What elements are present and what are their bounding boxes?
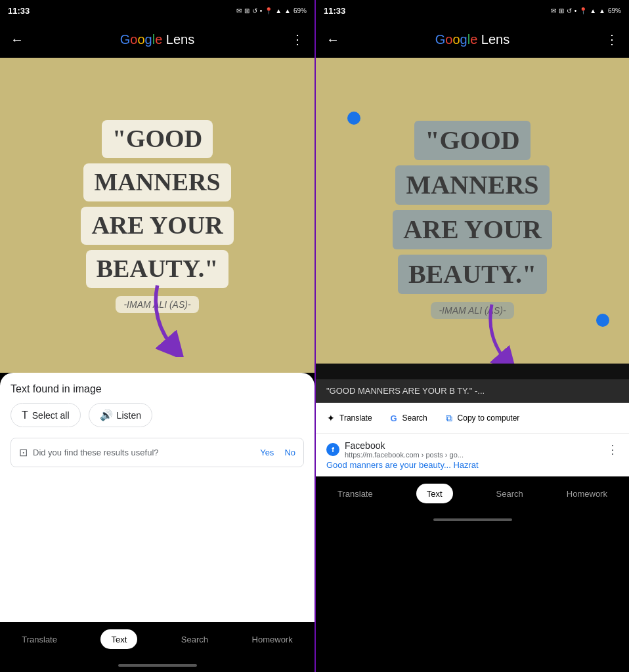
left-arrow-overlay xyxy=(142,278,194,360)
right-nav-text-pill: Text xyxy=(416,484,453,503)
left-home-indicator xyxy=(0,659,314,672)
right-battery-label: 69% xyxy=(608,7,621,14)
left-image-area: "GOOD MANNERS ARE YOUR BEAUTY." -IMAM AL… xyxy=(0,58,314,373)
right-screenshot-icon: ⊞ xyxy=(559,7,564,14)
right-quote-line-1: "GOOD xyxy=(414,121,530,160)
right-status-time: 11:33 xyxy=(324,6,345,16)
right-sync-icon: ↺ xyxy=(567,7,572,14)
translate-chip[interactable]: ✦ Translate xyxy=(318,408,379,428)
location-icon: 📍 xyxy=(265,7,272,14)
sync-icon: ↺ xyxy=(252,7,257,14)
right-message-icon: ✉ xyxy=(551,7,556,14)
translate-icon: ✦ xyxy=(325,412,337,424)
feedback-question: Did you find these results useful? xyxy=(33,448,255,457)
listen-icon: 🔊 xyxy=(100,409,113,421)
quote-line-3: ARE YOUR xyxy=(81,207,233,245)
right-quote-image: "GOOD MANNERS ARE YOUR BEAUTY." -IMAM AL… xyxy=(316,58,629,379)
sr-more-button[interactable]: ⋮ xyxy=(607,442,618,457)
quote-author: -IMAM ALI (AS)- xyxy=(116,296,198,313)
left-back-button[interactable]: ← xyxy=(5,27,29,52)
search-label: Search xyxy=(402,413,427,423)
copy-icon: ⧉ xyxy=(443,412,455,424)
extracted-text: "GOOD MANNERS ARE YOUR B TY." -... xyxy=(326,386,485,396)
right-signal-icon: ▲ xyxy=(599,7,605,14)
right-phone-panel: 11:33 ✉ ⊞ ↺ • 📍 ▲ ▲ 69% ← Google Lens ⋮ … xyxy=(314,0,629,672)
left-nav-homework[interactable]: Homework xyxy=(244,632,301,647)
left-results-content: Text found in image T Select all 🔊 Liste… xyxy=(0,373,314,622)
select-all-button[interactable]: T Select all xyxy=(11,403,81,427)
left-nav-text-pill: Text xyxy=(100,629,137,649)
left-app-title: Google Lens xyxy=(29,32,286,47)
battery-label: 69% xyxy=(293,7,307,14)
right-nav-text[interactable]: Text xyxy=(408,481,461,506)
left-action-buttons: T Select all 🔊 Listen xyxy=(11,403,304,427)
search-chip[interactable]: G Search xyxy=(381,408,434,428)
translate-label: Translate xyxy=(339,413,372,423)
right-quote-line-4: BEAUTY." xyxy=(398,255,547,294)
left-home-bar xyxy=(118,664,197,667)
right-nav-homework[interactable]: Homework xyxy=(559,486,615,501)
right-back-button[interactable]: ← xyxy=(321,27,345,52)
left-bottom-nav: Translate Text Search Homework xyxy=(0,622,314,659)
left-phone-panel: 11:33 ✉ ⊞ ↺ • 📍 ▲ ▲ 69% ← Google Lens ⋮ … xyxy=(0,0,314,672)
google-icon: G xyxy=(388,412,400,424)
copy-chip[interactable]: ⧉ Copy to computer xyxy=(437,408,527,428)
left-nav-search[interactable]: Search xyxy=(173,632,216,647)
right-action-row: ✦ Translate G Search ⧉ Copy to computer xyxy=(316,403,629,433)
dot-icon: • xyxy=(260,7,263,14)
sr-header: f Facebook https://m.facebook.com › post… xyxy=(326,440,618,459)
left-results-area: Text found in image T Select all 🔊 Liste… xyxy=(0,373,314,622)
quote-line-2: MANNERS xyxy=(83,163,230,201)
right-status-icons: ✉ ⊞ ↺ • 📍 ▲ ▲ 69% xyxy=(551,7,621,14)
left-status-icons: ✉ ⊞ ↺ • 📍 ▲ ▲ 69% xyxy=(236,7,307,14)
right-quote-line-3: ARE YOUR xyxy=(393,210,552,249)
search-result-item: f Facebook https://m.facebook.com › post… xyxy=(316,433,629,476)
right-app-bar: ← Google Lens ⋮ xyxy=(316,21,629,58)
left-status-bar: 11:33 ✉ ⊞ ↺ • 📍 ▲ ▲ 69% xyxy=(0,0,314,21)
right-status-bar: 11:33 ✉ ⊞ ↺ • 📍 ▲ ▲ 69% xyxy=(316,0,629,21)
listen-label: Listen xyxy=(117,410,141,421)
feedback-row: ⊡ Did you find these results useful? Yes… xyxy=(11,438,304,467)
select-all-icon: T xyxy=(22,410,28,421)
right-nav-search[interactable]: Search xyxy=(488,486,531,501)
screenshot-icon: ⊞ xyxy=(244,7,249,14)
copy-label: Copy to computer xyxy=(458,413,520,423)
selection-handle-top[interactable] xyxy=(347,112,360,125)
right-quote-line-2: MANNERS xyxy=(395,165,549,205)
quote-line-1: "GOOD xyxy=(102,120,213,158)
right-image-area: "GOOD MANNERS ARE YOUR BEAUTY." -IMAM AL… xyxy=(316,58,629,379)
sr-site-url: https://m.facebook.com › posts › go... xyxy=(345,451,601,459)
feedback-no-button[interactable]: No xyxy=(284,448,295,457)
quote-line-4: BEAUTY." xyxy=(86,250,228,288)
left-more-button[interactable]: ⋮ xyxy=(286,26,309,52)
right-home-bar xyxy=(433,518,512,521)
sr-snippet: Good manners are your beauty... Hazrat xyxy=(326,460,618,470)
right-more-button[interactable]: ⋮ xyxy=(600,26,624,52)
wifi-icon: ▲ xyxy=(275,7,282,14)
right-quote-author: -IMAM ALI (AS)- xyxy=(431,302,513,319)
selection-handle-bottom[interactable] xyxy=(596,314,609,327)
left-quote-image: "GOOD MANNERS ARE YOUR BEAUTY." -IMAM AL… xyxy=(0,58,314,373)
feedback-icon: ⊡ xyxy=(19,446,28,459)
right-app-title: Google Lens xyxy=(345,32,600,47)
signal-icon: ▲ xyxy=(284,7,291,14)
right-wifi-icon: ▲ xyxy=(590,7,596,14)
right-nav-translate[interactable]: Translate xyxy=(330,486,381,501)
right-location-icon: 📍 xyxy=(579,7,587,14)
right-home-indicator xyxy=(316,513,629,526)
listen-button[interactable]: 🔊 Listen xyxy=(89,403,152,427)
left-nav-translate[interactable]: Translate xyxy=(14,632,65,647)
extracted-text-bar: "GOOD MANNERS ARE YOUR B TY." -... xyxy=(316,379,629,403)
left-status-time: 11:33 xyxy=(8,6,30,16)
text-found-title: Text found in image xyxy=(11,383,304,395)
right-bottom-nav: Translate Text Search Homework xyxy=(316,476,629,513)
sr-site-name: Facebook xyxy=(345,440,601,451)
feedback-yes-button[interactable]: Yes xyxy=(260,448,274,457)
left-app-bar: ← Google Lens ⋮ xyxy=(0,21,314,58)
message-icon: ✉ xyxy=(236,7,242,14)
select-all-label: Select all xyxy=(32,410,70,421)
facebook-favicon: f xyxy=(326,443,339,456)
left-nav-text[interactable]: Text xyxy=(93,627,145,652)
right-dot-icon: • xyxy=(575,7,577,14)
